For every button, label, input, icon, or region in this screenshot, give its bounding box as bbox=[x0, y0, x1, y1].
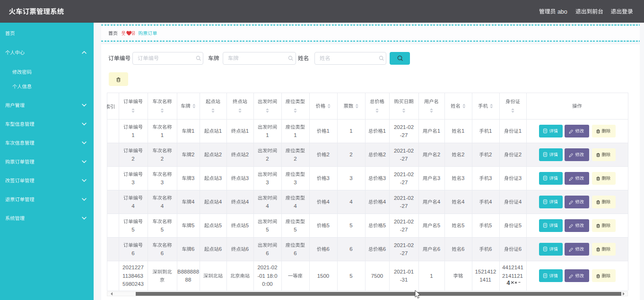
svg-text:3: 3 bbox=[294, 180, 296, 185]
svg-text:4: 4 bbox=[519, 199, 522, 205]
svg-text:4412141: 4412141 bbox=[502, 265, 523, 270]
svg-text:6: 6 bbox=[461, 246, 464, 252]
svg-text:1138463: 1138463 bbox=[122, 273, 143, 279]
svg-text:5: 5 bbox=[131, 227, 134, 232]
svg-text:1: 1 bbox=[519, 128, 522, 134]
svg-text:1: 1 bbox=[383, 128, 386, 134]
svg-text:4: 4 bbox=[489, 199, 492, 205]
svg-text:0:00: 0:00 bbox=[262, 281, 272, 287]
svg-text:1: 1 bbox=[489, 128, 492, 134]
svg-text:3: 3 bbox=[131, 180, 134, 185]
svg-text:2: 2 bbox=[327, 152, 330, 157]
svg-text:-27: -27 bbox=[400, 203, 408, 209]
svg-text:1: 1 bbox=[461, 128, 464, 134]
svg-text:2021-02: 2021-02 bbox=[394, 195, 414, 201]
svg-text:-27: -27 bbox=[400, 250, 408, 256]
svg-text:5: 5 bbox=[246, 223, 249, 228]
svg-text:18:0: 18:0 bbox=[267, 273, 277, 279]
svg-text:5: 5 bbox=[519, 223, 522, 228]
svg-text:2: 2 bbox=[519, 152, 522, 157]
svg-text:1: 1 bbox=[161, 132, 164, 138]
svg-text:4: 4 bbox=[131, 203, 135, 209]
svg-text:1: 1 bbox=[437, 128, 440, 134]
svg-text:4: 4 bbox=[191, 199, 195, 205]
svg-text:2: 2 bbox=[461, 152, 464, 157]
svg-text:2: 2 bbox=[191, 152, 194, 157]
svg-text:6: 6 bbox=[437, 246, 440, 252]
svg-text:1411: 1411 bbox=[479, 277, 491, 283]
svg-text:2021-02: 2021-02 bbox=[394, 242, 414, 248]
svg-text:5980243: 5980243 bbox=[122, 281, 144, 287]
svg-text:-01: -01 bbox=[257, 273, 265, 279]
svg-text:6: 6 bbox=[383, 246, 386, 252]
svg-text:88: 88 bbox=[185, 277, 191, 283]
svg-text:7500: 7500 bbox=[371, 273, 383, 279]
svg-text:1: 1 bbox=[349, 128, 352, 134]
svg-text:1: 1 bbox=[430, 273, 433, 279]
svg-text:6: 6 bbox=[489, 246, 492, 252]
svg-text:5: 5 bbox=[219, 223, 222, 228]
svg-text:6: 6 bbox=[327, 246, 330, 252]
svg-text:2: 2 bbox=[437, 152, 440, 157]
svg-text:4: 4 bbox=[461, 199, 465, 205]
svg-text:3: 3 bbox=[383, 175, 386, 181]
svg-text:4: 4 bbox=[161, 203, 164, 209]
svg-text:1500: 1500 bbox=[317, 273, 330, 279]
svg-text:2: 2 bbox=[383, 152, 386, 157]
svg-text:2: 2 bbox=[219, 152, 222, 157]
svg-text:-27: -27 bbox=[400, 180, 408, 185]
svg-text:2: 2 bbox=[266, 156, 269, 162]
svg-text:3: 3 bbox=[489, 175, 492, 181]
svg-text:1: 1 bbox=[294, 132, 296, 138]
svg-text:-27: -27 bbox=[400, 132, 408, 138]
svg-text:3: 3 bbox=[349, 175, 352, 181]
svg-text:2: 2 bbox=[349, 152, 352, 157]
svg-text:-27: -27 bbox=[400, 227, 408, 232]
svg-text:4: 4 bbox=[219, 199, 222, 205]
svg-text:6: 6 bbox=[294, 250, 296, 256]
svg-text:5: 5 bbox=[437, 223, 440, 228]
svg-text:2: 2 bbox=[131, 156, 134, 162]
svg-text:1521412: 1521412 bbox=[475, 269, 496, 274]
svg-text:1: 1 bbox=[219, 128, 222, 134]
svg-text:2021-01: 2021-01 bbox=[394, 269, 414, 274]
svg-text:2141121: 2141121 bbox=[502, 273, 523, 279]
svg-text:1: 1 bbox=[266, 132, 269, 138]
svg-text:6: 6 bbox=[349, 246, 352, 252]
svg-text:4: 4 bbox=[383, 199, 386, 205]
svg-text:2: 2 bbox=[246, 152, 249, 157]
svg-text:5: 5 bbox=[349, 223, 352, 228]
svg-text:1: 1 bbox=[246, 128, 249, 134]
svg-text:4: 4 bbox=[266, 203, 269, 209]
svg-text:-31: -31 bbox=[400, 277, 408, 283]
svg-text:5: 5 bbox=[349, 273, 352, 279]
svg-text:4: 4 bbox=[246, 199, 249, 205]
svg-text:4: 4 bbox=[507, 280, 510, 286]
svg-text:5: 5 bbox=[161, 227, 164, 232]
svg-text:-27: -27 bbox=[400, 156, 408, 162]
svg-text:3: 3 bbox=[437, 175, 440, 181]
svg-text:5: 5 bbox=[461, 223, 464, 228]
svg-text:2: 2 bbox=[489, 152, 492, 157]
svg-text:2021-02: 2021-02 bbox=[394, 124, 414, 130]
svg-text:5: 5 bbox=[191, 223, 194, 228]
svg-text:6: 6 bbox=[161, 250, 164, 256]
svg-text:2021-02: 2021-02 bbox=[257, 265, 277, 270]
svg-text:3: 3 bbox=[327, 175, 330, 181]
svg-text:2021227: 2021227 bbox=[122, 265, 144, 270]
svg-text:2: 2 bbox=[161, 156, 164, 162]
svg-text:abo: abo bbox=[557, 9, 567, 15]
svg-text:1: 1 bbox=[327, 128, 330, 134]
svg-text:6: 6 bbox=[266, 250, 269, 256]
svg-text:2021-02: 2021-02 bbox=[394, 171, 414, 177]
svg-text:4: 4 bbox=[327, 199, 330, 205]
svg-text:3: 3 bbox=[161, 180, 164, 185]
svg-text:3: 3 bbox=[461, 175, 464, 181]
svg-text:6: 6 bbox=[246, 246, 249, 252]
svg-text:1: 1 bbox=[131, 132, 134, 138]
svg-text:3: 3 bbox=[519, 175, 522, 181]
svg-text:3: 3 bbox=[246, 175, 249, 181]
svg-text:B888888: B888888 bbox=[177, 269, 199, 274]
svg-text:4: 4 bbox=[349, 199, 353, 205]
svg-text:4: 4 bbox=[437, 199, 441, 205]
